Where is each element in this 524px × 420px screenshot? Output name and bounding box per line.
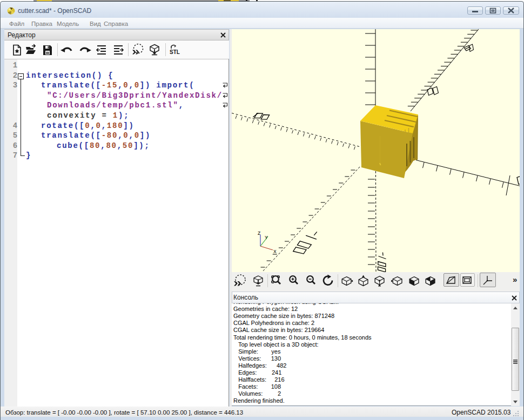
svg-text:X: X xyxy=(273,249,277,254)
svg-text:STL: STL xyxy=(170,49,180,55)
svg-text:Z: Z xyxy=(258,231,260,236)
svg-text:Y: Y xyxy=(265,235,268,240)
